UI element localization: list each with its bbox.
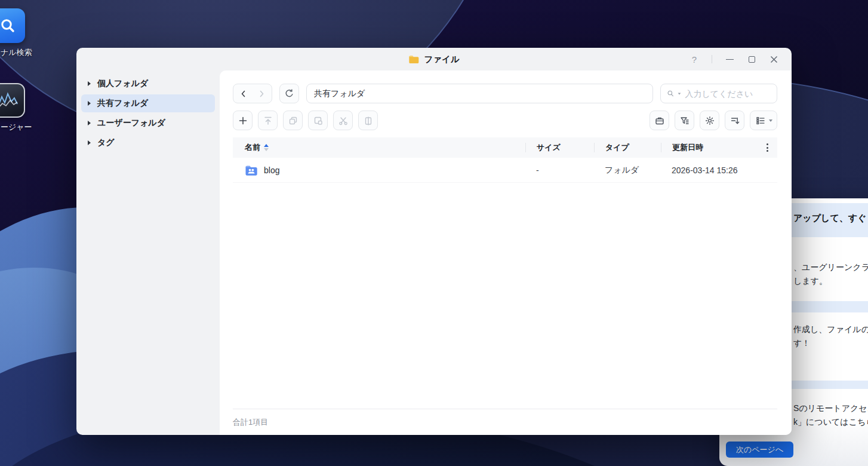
kebab-menu-icon[interactable]: [767, 143, 768, 152]
view-mode-button[interactable]: [750, 111, 777, 130]
folder-app-icon: [408, 55, 419, 64]
panel-text-line: 作成し、ファイルのア: [793, 323, 868, 336]
copy-button[interactable]: [283, 111, 303, 130]
column-header-modified[interactable]: 更新日時: [661, 143, 757, 152]
row-modified-cell: 2026-03-14 15:26: [661, 165, 757, 175]
copy-icon: [288, 115, 298, 126]
next-page-button[interactable]: 次のページへ: [726, 442, 793, 458]
panel-paragraph: Sのリモートアクセス k」についてはこちら: [793, 401, 868, 429]
close-icon: [770, 56, 778, 63]
panel-heading-fragment: アップして、すぐ: [793, 213, 868, 224]
panel-text-line: 、ユーグリーンクラ: [793, 260, 868, 274]
sidebar-item-personal-folder[interactable]: 個人フォルダ: [81, 75, 215, 93]
table-row[interactable]: blog - フォルダ 2026-03-14 15:26: [233, 158, 777, 183]
navigation-row: [233, 84, 777, 103]
paste-button[interactable]: [308, 111, 328, 130]
window-title-group: ファイル: [408, 54, 459, 65]
expand-triangle-icon[interactable]: [88, 101, 91, 106]
filter-icon: [679, 115, 690, 126]
sidebar-item-label: ユーザーフォルダ: [97, 118, 165, 128]
sidebar-item-tags[interactable]: タグ: [81, 134, 215, 152]
toolbar: [233, 111, 777, 130]
window-controls: ?: [690, 54, 792, 64]
row-size-cell: -: [525, 165, 594, 175]
window-titlebar[interactable]: ファイル ?: [76, 48, 792, 70]
sort-button[interactable]: [725, 111, 744, 130]
controls-divider: [712, 55, 712, 63]
sidebar-item-label: 共有フォルダ: [97, 98, 148, 109]
search-app-icon[interactable]: [0, 8, 25, 43]
window-body: 個人フォルダ 共有フォルダ ユーザーフォルダ タグ: [76, 70, 792, 435]
sidebar-item-user-folder[interactable]: ユーザーフォルダ: [81, 114, 215, 132]
help-button[interactable]: ?: [690, 54, 699, 64]
shared-folder-icon: [245, 165, 258, 176]
close-button[interactable]: [769, 54, 778, 64]
expand-triangle-icon[interactable]: [88, 140, 91, 145]
desktop-icon-label: ージャー: [0, 122, 72, 133]
row-name-cell[interactable]: blog: [233, 165, 525, 176]
panel-text-line: す！: [793, 336, 868, 350]
search-box[interactable]: [660, 84, 777, 103]
monitor-app-icon[interactable]: [0, 83, 25, 118]
settings-button[interactable]: [700, 111, 719, 130]
desktop: ナル検索 ージャー アップして、すぐ 、ユーグリーンクラ します。 作成し、ファ…: [0, 0, 868, 466]
sidebar-item-shared-folder[interactable]: 共有フォルダ: [81, 94, 215, 112]
sidebar-item-label: タグ: [97, 137, 115, 148]
expand-triangle-icon[interactable]: [88, 121, 91, 125]
desktop-icon-universal-search[interactable]: ナル検索: [0, 8, 72, 58]
expand-triangle-icon[interactable]: [88, 81, 91, 86]
upload-button[interactable]: [258, 111, 278, 130]
status-bar: 合計1項目: [233, 409, 777, 435]
content-pane: 名前 サイズ タイプ 更新日時: [220, 70, 792, 435]
column-options-menu[interactable]: [757, 143, 777, 152]
panel-paragraph: 、ユーグリーンクラ します。: [793, 260, 868, 288]
settings-gear-icon: [704, 115, 715, 126]
paste-icon: [313, 115, 324, 126]
back-icon[interactable]: [239, 89, 248, 99]
panel-text-line: k」についてはこちら: [793, 415, 868, 429]
maximize-button[interactable]: [747, 54, 756, 64]
cut-button[interactable]: [333, 111, 353, 130]
chart-glyph: [0, 88, 20, 112]
search-scope-caret-icon[interactable]: [678, 93, 681, 94]
search-input[interactable]: [685, 89, 771, 99]
table-header: 名前 サイズ タイプ 更新日時: [233, 137, 777, 158]
file-manager-window: ファイル ? 個人フォルダ: [76, 48, 792, 435]
item-count-summary: 合計1項目: [233, 417, 268, 428]
column-header-name[interactable]: 名前: [233, 142, 525, 153]
task-manager-button[interactable]: [650, 111, 669, 130]
column-label: 名前: [245, 142, 260, 153]
scissors-icon: [338, 115, 349, 126]
column-header-type[interactable]: タイプ: [594, 143, 661, 152]
sidebar: 個人フォルダ 共有フォルダ ユーザーフォルダ タグ: [76, 70, 220, 435]
sort-indicator-icon[interactable]: [264, 144, 269, 151]
file-name: blog: [264, 165, 279, 175]
minimize-button[interactable]: [725, 54, 734, 64]
column-label: サイズ: [537, 142, 561, 153]
magnifier-glyph: [0, 17, 17, 35]
caret-down-icon: [769, 119, 772, 122]
filter-button[interactable]: [675, 111, 694, 130]
desktop-icon-label: ナル検索: [0, 47, 72, 58]
column-label: 更新日時: [672, 142, 703, 153]
new-item-button[interactable]: [233, 111, 253, 130]
refresh-button[interactable]: [279, 84, 299, 103]
column-label: タイプ: [605, 142, 629, 153]
path-input[interactable]: [306, 84, 653, 103]
panel-text-line: します。: [793, 274, 868, 288]
plus-icon: [238, 115, 248, 126]
file-list-empty-area: [233, 183, 777, 409]
desktop-icon-resource-monitor[interactable]: ージャー: [0, 83, 72, 133]
refresh-icon: [284, 88, 294, 99]
upload-icon: [263, 115, 273, 126]
search-icon: [667, 89, 674, 98]
duplicate-button[interactable]: [358, 111, 378, 130]
window-title: ファイル: [424, 54, 459, 65]
column-header-size[interactable]: サイズ: [525, 143, 594, 152]
row-type-cell: フォルダ: [594, 165, 661, 176]
panel-text-line: Sのリモートアクセス: [793, 401, 868, 415]
view-mode-icon: [755, 115, 766, 126]
panel-paragraph: 作成し、ファイルのア す！: [793, 323, 868, 350]
duplicate-icon: [363, 115, 374, 126]
forward-icon[interactable]: [257, 89, 266, 99]
